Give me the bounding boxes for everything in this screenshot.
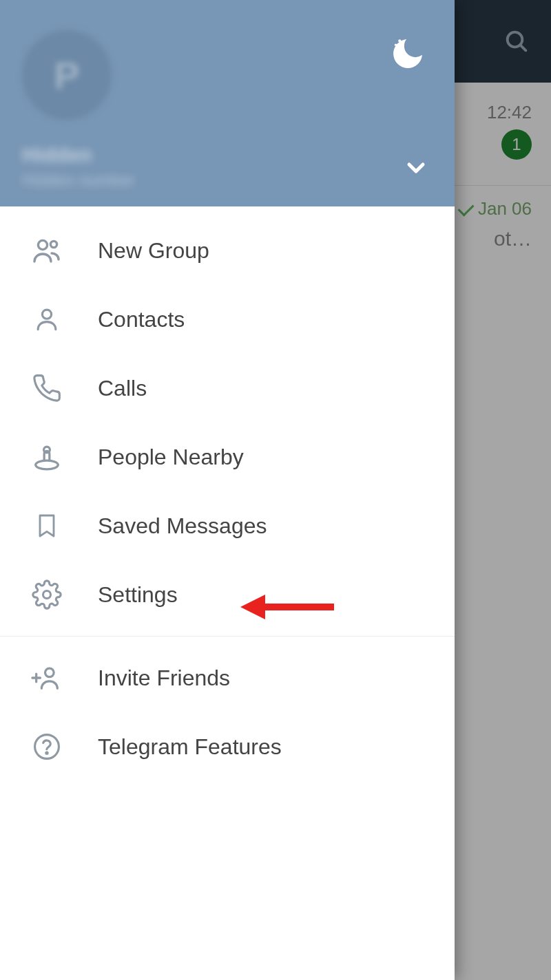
people-nearby-icon bbox=[28, 441, 66, 473]
svg-point-6 bbox=[50, 241, 56, 247]
menu-item-saved-messages[interactable]: Saved Messages bbox=[0, 491, 455, 560]
menu-label: Settings bbox=[98, 582, 178, 608]
svg-point-3 bbox=[395, 44, 397, 46]
svg-point-8 bbox=[36, 460, 59, 469]
menu-item-contacts[interactable]: Contacts bbox=[0, 285, 455, 354]
svg-point-14 bbox=[35, 735, 59, 759]
avatar[interactable]: P bbox=[22, 30, 112, 120]
calls-icon bbox=[28, 373, 66, 403]
menu-item-calls[interactable]: Calls bbox=[0, 354, 455, 423]
menu-label: Invite Friends bbox=[98, 665, 230, 691]
avatar-initial: P bbox=[54, 53, 79, 98]
menu-item-people-nearby[interactable]: People Nearby bbox=[0, 423, 455, 491]
menu-label: People Nearby bbox=[98, 445, 244, 470]
menu-label: Calls bbox=[98, 376, 147, 401]
drawer-menu: New Group Contacts Calls bbox=[0, 206, 455, 781]
new-group-icon bbox=[28, 234, 66, 267]
menu-label: Saved Messages bbox=[98, 513, 267, 539]
menu-divider bbox=[0, 636, 455, 637]
user-name: Hidden bbox=[22, 143, 92, 167]
menu-item-invite-friends[interactable]: Invite Friends bbox=[0, 643, 455, 712]
svg-point-11 bbox=[45, 668, 54, 677]
svg-point-5 bbox=[38, 240, 47, 249]
svg-point-10 bbox=[43, 591, 51, 599]
menu-item-settings[interactable]: Settings bbox=[0, 560, 455, 629]
help-icon bbox=[28, 732, 66, 762]
navigation-drawer: P Hidden Hidden number bbox=[0, 0, 455, 980]
user-phone: Hidden number bbox=[22, 171, 135, 190]
chevron-down-icon[interactable] bbox=[402, 154, 430, 182]
menu-item-telegram-features[interactable]: Telegram Features bbox=[0, 712, 455, 781]
saved-messages-icon bbox=[28, 512, 66, 540]
svg-point-2 bbox=[398, 39, 401, 42]
drawer-header: P Hidden Hidden number bbox=[0, 0, 455, 206]
svg-point-15 bbox=[46, 752, 48, 754]
menu-item-new-group[interactable]: New Group bbox=[0, 216, 455, 285]
contacts-icon bbox=[28, 304, 66, 334]
invite-friends-icon bbox=[28, 662, 66, 694]
menu-label: Telegram Features bbox=[98, 734, 282, 760]
menu-label: Contacts bbox=[98, 307, 185, 332]
night-mode-icon[interactable] bbox=[388, 34, 427, 73]
settings-icon bbox=[28, 579, 66, 610]
menu-label: New Group bbox=[98, 238, 209, 264]
svg-point-4 bbox=[398, 46, 400, 48]
svg-point-7 bbox=[42, 310, 51, 319]
